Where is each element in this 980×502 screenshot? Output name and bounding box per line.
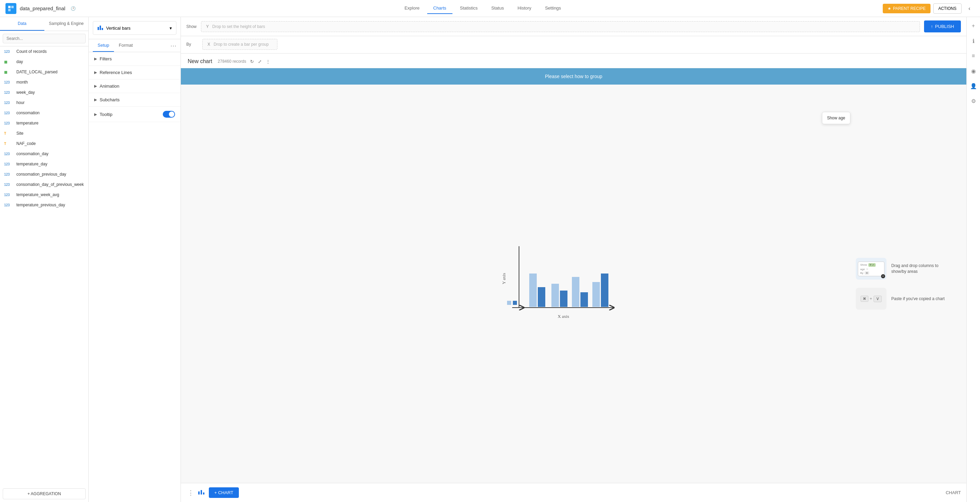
svg-rect-4 xyxy=(100,25,101,30)
field-label: consomation_previous_day xyxy=(16,172,66,177)
add-chart-button[interactable]: + CHART xyxy=(209,487,239,498)
field-consomation-previous-day[interactable]: 123 consomation_previous_day xyxy=(0,169,88,180)
field-type-icon: 123 xyxy=(4,203,14,207)
config-tabs: Setup Format ⋯ xyxy=(89,39,180,52)
logo-icon xyxy=(5,3,16,14)
field-label: temperature_day xyxy=(16,162,48,167)
tab-history[interactable]: History xyxy=(512,3,538,14)
x-placeholder: Drop to create a bar per group xyxy=(213,42,269,47)
field-month[interactable]: 123 month xyxy=(0,77,88,87)
settings-icon[interactable]: ⚙ xyxy=(969,96,978,106)
field-naf-code[interactable]: T NAF_code xyxy=(0,138,88,149)
field-temperature-previous-day[interactable]: 123 temperature_previous_day xyxy=(0,200,88,210)
field-type-icon: 123 xyxy=(4,101,14,105)
field-type-icon: 123 xyxy=(4,121,14,125)
tab-explore[interactable]: Explore xyxy=(398,3,425,14)
expand-icon[interactable]: ⤢ xyxy=(258,59,262,64)
config-tab-setup[interactable]: Setup xyxy=(93,39,114,52)
svg-rect-17 xyxy=(581,292,588,307)
chart-title: New chart xyxy=(188,58,212,64)
svg-rect-0 xyxy=(8,6,11,8)
chart-records: 278460 records xyxy=(218,59,246,64)
eye-icon[interactable]: ◉ xyxy=(969,66,978,76)
chart-type-selector: Vertical bars ▾ xyxy=(89,17,180,39)
right-sidebar: + ℹ ≡ ◉ 👤 ⚙ xyxy=(966,17,980,502)
tab-settings[interactable]: Settings xyxy=(539,3,567,14)
subcharts-header[interactable]: ▶ Subcharts xyxy=(89,93,180,106)
field-consomation[interactable]: 123 consomation xyxy=(0,108,88,118)
subcharts-section: ▶ Subcharts xyxy=(89,93,180,107)
field-type-icon: 123 xyxy=(4,162,14,166)
tooltip-header[interactable]: ▶ Tooltip xyxy=(89,107,180,122)
search-input[interactable] xyxy=(3,34,86,43)
tooltip-toggle-switch[interactable] xyxy=(163,111,175,118)
tab-status[interactable]: Status xyxy=(485,3,510,14)
sidebar-tab-sampling[interactable]: Sampling & Engine xyxy=(45,17,89,31)
refresh-icon[interactable]: ↻ xyxy=(250,59,254,64)
reference-lines-section: ▶ Reference Lines xyxy=(89,66,180,79)
field-temperature-week-avg[interactable]: 123 temperature_week_avg xyxy=(0,190,88,200)
field-count-of-records[interactable]: 123 Count of records xyxy=(0,46,88,57)
field-week-day[interactable]: 123 week_day xyxy=(0,87,88,97)
x-label: X xyxy=(207,42,210,47)
field-hour[interactable]: 123 hour xyxy=(0,97,88,108)
aggregation-button[interactable]: + AGGREGATION xyxy=(3,488,86,499)
arrow-right-icon: ▶ xyxy=(94,70,97,75)
field-temperature[interactable]: 123 temperature xyxy=(0,118,88,128)
publish-button[interactable]: ↑ PUBLISH xyxy=(924,21,961,32)
chevron-down-icon: ▾ xyxy=(170,25,172,31)
bar-chart-mini-icon xyxy=(198,489,205,497)
svg-rect-12 xyxy=(529,273,537,307)
person-icon[interactable]: 👤 xyxy=(969,81,978,91)
more-icon[interactable]: ⋮ xyxy=(266,59,270,64)
config-sections: ▶ Filters ▶ Reference Lines ▶ Animation … xyxy=(89,52,180,502)
arrow-right-icon: ▶ xyxy=(94,57,97,61)
x-dropzone[interactable]: X Drop to create a bar per group xyxy=(202,39,277,50)
svg-rect-5 xyxy=(102,28,103,30)
actions-button[interactable]: ACTIONS xyxy=(933,3,962,14)
file-title: data_prepared_final xyxy=(20,5,65,11)
field-label: Count of records xyxy=(16,49,47,54)
field-site[interactable]: T Site xyxy=(0,128,88,138)
field-consomation-day-previous-week[interactable]: 123 consomation_day_of_previous_week xyxy=(0,180,88,190)
y-dropzone[interactable]: Y Drop to set the height of bars xyxy=(201,21,920,32)
arrow-right-icon: ▶ xyxy=(94,97,97,102)
sidebar-tab-data[interactable]: Data xyxy=(0,17,45,31)
field-label: DATE_LOCAL_parsed xyxy=(16,70,58,74)
logo-area: data_prepared_final 🕐 xyxy=(5,3,76,14)
reference-lines-header[interactable]: ▶ Reference Lines xyxy=(89,66,180,79)
show-label: Show xyxy=(186,24,198,29)
star-icon: ★ xyxy=(888,6,891,11)
field-type-icon: T xyxy=(4,132,14,135)
field-date-local-parsed[interactable]: ▦ DATE_LOCAL_parsed xyxy=(0,67,88,77)
parent-recipe-button[interactable]: ★ PARENT RECIPE xyxy=(883,4,931,13)
field-day[interactable]: ▦ day xyxy=(0,57,88,67)
svg-rect-13 xyxy=(538,287,545,307)
chart-banner: Please select how to group xyxy=(181,68,966,84)
chart-illustration: Y axis X axis xyxy=(181,84,966,483)
svg-rect-10 xyxy=(507,301,511,305)
tab-charts[interactable]: Charts xyxy=(427,3,452,14)
field-type-icon: 123 xyxy=(4,183,14,187)
back-button[interactable]: ‹ xyxy=(964,3,975,14)
chart-svg: Y axis X axis xyxy=(485,240,621,328)
chart-header-actions: 278460 records ↻ ⤢ ⋮ xyxy=(218,59,270,64)
info-icon[interactable]: ℹ xyxy=(969,36,978,46)
config-tab-format[interactable]: Format xyxy=(114,39,137,52)
filters-header[interactable]: ▶ Filters xyxy=(89,52,180,65)
plus-icon[interactable]: + xyxy=(969,21,978,31)
list-icon[interactable]: ≡ xyxy=(969,51,978,61)
field-consomation-day[interactable]: 123 consomation_day xyxy=(0,149,88,159)
animation-header[interactable]: ▶ Animation xyxy=(89,79,180,93)
chart-header: New chart 278460 records ↻ ⤢ ⋮ xyxy=(181,54,966,68)
bottom-more-icon[interactable]: ⋮ xyxy=(188,489,194,497)
tooltip-section: ▶ Tooltip xyxy=(89,107,180,122)
field-temperature-day[interactable]: 123 temperature_day xyxy=(0,159,88,169)
dropzones-container: Show Y Drop to set the height of bars ↑ … xyxy=(181,17,966,36)
config-tab-more[interactable]: ⋯ xyxy=(170,39,177,52)
show-row: Show Y Drop to set the height of bars xyxy=(186,21,920,32)
tab-statistics[interactable]: Statistics xyxy=(454,3,484,14)
chart-type-button[interactable]: Vertical bars ▾ xyxy=(93,21,177,35)
field-label: month xyxy=(16,80,28,84)
animation-section: ▶ Animation xyxy=(89,79,180,93)
